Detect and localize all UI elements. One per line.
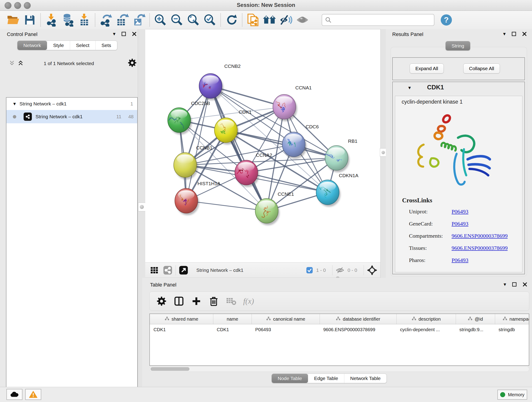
table-cell[interactable]: CDK1 — [213, 327, 252, 332]
crosslink-link[interactable]: 9606.ENSP00000378699 — [452, 230, 508, 242]
column-header-@id[interactable]: @id — [456, 314, 495, 324]
node-CCNB1[interactable]: CCNB1 — [174, 145, 212, 179]
table-cell[interactable]: 9606.ENSP00000378699 — [320, 327, 396, 332]
column-header-namespace[interactable]: namespace — [495, 314, 529, 324]
table-horizontal-scrollbar[interactable] — [149, 366, 529, 372]
table-row[interactable]: CDK1CDK1P064939606.ENSP00000378699cyclin… — [150, 324, 529, 335]
tab-network-table[interactable]: Network Table — [344, 374, 387, 383]
column-header-canonical-name[interactable]: canonical name — [252, 314, 320, 324]
cloud-status-button[interactable] — [6, 389, 22, 400]
results-panel-title: Results Panel — [392, 32, 423, 37]
crosslinks-title: CrossLinks — [402, 197, 432, 204]
search-input[interactable] — [332, 17, 434, 23]
column-header-description[interactable]: description — [396, 314, 456, 324]
column-type-icon — [468, 317, 472, 322]
table-cell[interactable]: stringdb:9... — [456, 327, 495, 332]
panel-menu-icon[interactable]: ▾ — [504, 282, 506, 287]
network-share-icon[interactable] — [163, 266, 172, 275]
crosslink-link[interactable]: P06493 — [452, 218, 468, 230]
column-header-database-identifier[interactable]: database identifier — [320, 314, 396, 324]
edge-CCNB2-CCNE1[interactable] — [210, 86, 267, 211]
panel-float-icon[interactable] — [121, 32, 126, 36]
node-HIST1H1A[interactable]: HIST1H1A — [175, 181, 220, 215]
right-splitter-grip[interactable] — [380, 148, 386, 157]
column-type-icon — [503, 317, 507, 322]
network-collection-row[interactable]: ▾ String Network – cdk1 1 — [6, 98, 137, 110]
left-splitter-grip[interactable] — [138, 203, 146, 211]
delete-column-icon[interactable] — [205, 293, 222, 309]
collection-expander-icon[interactable]: ▾ — [13, 101, 16, 106]
zoom-in-icon[interactable] — [152, 12, 169, 27]
node-CCNE1[interactable]: CCNE1 — [255, 191, 294, 225]
column-header-name[interactable]: name — [213, 314, 252, 324]
string-copy-network-icon[interactable] — [245, 12, 261, 27]
crosslink-link[interactable]: 9606.ENSP00000378699 — [452, 242, 508, 254]
import-table-file-icon[interactable] — [76, 12, 93, 27]
selected-checkbox-icon[interactable] — [306, 267, 313, 274]
table-settings-gear-icon[interactable] — [153, 293, 170, 309]
tab-network[interactable]: Network — [17, 41, 47, 50]
panel-menu-icon[interactable]: ▾ — [503, 32, 506, 36]
collapse-all-button[interactable]: Collapse All — [463, 64, 500, 74]
panel-menu-icon[interactable]: ▾ — [113, 32, 115, 36]
import-network-database-icon[interactable] — [60, 12, 76, 27]
show-columns-icon[interactable] — [170, 293, 188, 309]
panel-close-icon[interactable] — [132, 32, 137, 36]
panel-close-icon[interactable] — [522, 32, 527, 36]
fit-selected-crosshair-icon[interactable] — [367, 265, 377, 275]
network-row[interactable]: String Network – cdk1 11 48 — [6, 110, 137, 123]
tab-edge-table[interactable]: Edge Table — [308, 374, 344, 383]
network-canvas[interactable]: CCNB2CCNA1CDC25BCDK1CDC6RB1CCNB1CCNA2CDK… — [145, 29, 380, 262]
export-image-icon[interactable] — [131, 12, 147, 27]
crosslink-link[interactable]: P06493 — [452, 254, 468, 266]
panel-float-icon[interactable] — [512, 32, 516, 36]
zoom-selected-icon[interactable] — [202, 12, 218, 27]
memory-button[interactable]: Memory — [497, 390, 527, 400]
home-icon[interactable] — [261, 12, 278, 27]
gene-expander-icon[interactable]: ▾ — [408, 85, 411, 90]
export-table-icon[interactable] — [114, 12, 131, 27]
network-view-title: String Network – cdk1 — [196, 268, 243, 273]
warning-status-button[interactable] — [25, 389, 41, 400]
network-name: String Network – cdk1 — [36, 114, 82, 119]
table-cell[interactable]: P06493 — [252, 327, 320, 332]
node-CCNA1[interactable]: CCNA1 — [273, 85, 312, 121]
import-network-file-icon[interactable] — [43, 12, 60, 27]
crosslink-link[interactable]: P06493 — [452, 206, 468, 218]
table-cell[interactable]: stringdb — [495, 327, 529, 332]
node-label-CDK1: CDK1 — [239, 109, 252, 115]
open-in-new-window-icon[interactable] — [179, 266, 188, 275]
zoom-out-icon[interactable] — [169, 12, 185, 27]
toolbar-search[interactable] — [322, 14, 434, 26]
node-CDKN1A[interactable]: CDKN1A — [316, 173, 358, 207]
panel-float-icon[interactable] — [512, 282, 517, 287]
tab-select[interactable]: Select — [70, 41, 95, 50]
right-splitter[interactable] — [380, 29, 386, 278]
help-icon[interactable]: ? — [438, 12, 455, 27]
column-header-shared-name[interactable]: shared name — [150, 314, 213, 324]
tab-sets[interactable]: Sets — [95, 41, 117, 50]
table-cell[interactable]: CDK1 — [150, 327, 213, 332]
delete-table-disabled-icon — [222, 293, 240, 309]
expand-all-button[interactable]: Expand All — [410, 64, 444, 74]
open-session-icon[interactable] — [5, 12, 22, 27]
refresh-icon[interactable] — [223, 12, 240, 27]
zoom-fit-icon[interactable] — [185, 12, 202, 27]
string-network-graph[interactable]: CCNB2CCNA1CDC25BCDK1CDC6RB1CCNB1CCNA2CDK… — [145, 29, 380, 262]
scrollbar-thumb[interactable] — [151, 367, 190, 371]
birdseye-view-icon[interactable] — [150, 266, 159, 275]
toolbar-separator — [220, 13, 221, 27]
node-CDC6[interactable]: CDC6 — [282, 124, 319, 159]
tab-style[interactable]: Style — [47, 41, 70, 50]
table-cell[interactable]: cyclin-dependent ... — [396, 327, 456, 332]
panel-close-icon[interactable] — [523, 282, 527, 287]
node-CCNB2[interactable]: CCNB2 — [199, 64, 241, 100]
tab-node-table[interactable]: Node Table — [272, 374, 308, 383]
export-network-icon[interactable] — [98, 12, 114, 27]
create-column-icon[interactable] — [188, 293, 205, 309]
tab-string[interactable]: String — [446, 41, 470, 51]
network-options-gear-icon[interactable] — [128, 58, 137, 68]
hide-results-panel-icon[interactable] — [278, 12, 294, 27]
node-RB1[interactable]: RB1 — [324, 138, 357, 172]
save-session-icon[interactable] — [22, 12, 38, 27]
